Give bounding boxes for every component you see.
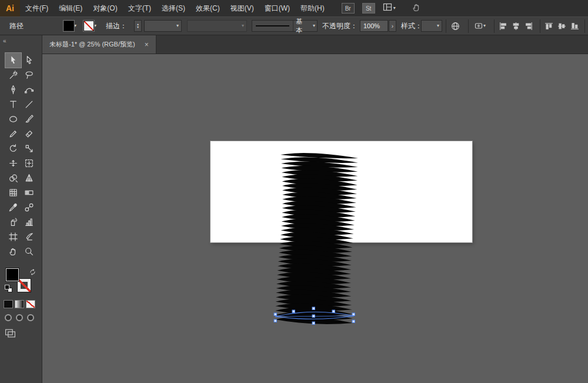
align-middle-vertical-icon[interactable] [557,22,566,31]
zoom-tool[interactable] [21,244,37,259]
perspective-grid-tool[interactable] [21,171,37,185]
rotate-tool[interactable] [5,141,21,156]
divider [584,19,585,33]
globe-icon[interactable] [450,17,460,35]
mesh-tool[interactable] [5,185,21,200]
direct-selection-tool[interactable] [21,53,37,68]
screen-mode-icon[interactable] [5,328,16,341]
magic-wand-icon [8,70,18,80]
width-profile-combo: ▾ [187,20,247,32]
perspective-grid-icon [24,173,34,183]
align-bottom-icon[interactable] [570,22,579,31]
document-tab[interactable]: 未标题-1* @ 25% (RGB/预览) × [42,35,156,54]
default-fill-stroke-icon[interactable] [5,285,13,293]
fill-color-swatch[interactable] [6,268,19,281]
shape-builder-tool[interactable] [5,171,21,185]
line-segment-tool[interactable] [21,97,37,112]
free-transform-tool[interactable] [21,156,37,171]
canvas-area[interactable] [42,54,588,383]
stroke-weight-combo[interactable]: ▾ [144,20,182,32]
brush-definition-combo[interactable]: 基本 ▾ [252,17,318,35]
fill-color-picker[interactable]: ▾ [64,17,76,35]
curvature-tool[interactable] [21,82,37,97]
symbol-sprayer-tool[interactable] [5,215,21,229]
context-label: 路径 [9,21,24,31]
style-combo[interactable]: ▾ [421,17,442,35]
curvature-icon [24,85,34,95]
opacity-panel-button[interactable]: › [389,20,396,32]
eyedropper-icon [8,202,18,212]
type-tool[interactable] [5,97,21,112]
slice-tool[interactable] [21,229,37,244]
menu-list: 文件(F)编辑(E)对象(O)文字(T)选择(S)效果(C)视图(V)窗口(W)… [20,0,330,16]
color-button[interactable] [4,300,13,308]
hand-tool[interactable] [5,244,21,259]
artboard-tool[interactable] [5,229,21,244]
selection-tool[interactable] [5,53,21,68]
eyedropper-tool[interactable] [5,200,21,215]
type-icon [8,99,18,109]
close-icon[interactable]: × [145,41,149,49]
draw-behind-button[interactable] [16,314,23,321]
bridge-button[interactable]: Br [342,3,355,14]
menu-item-file[interactable]: 文件(F) [20,0,54,16]
workspace-switcher[interactable]: ▾ [383,2,396,14]
column-graph-tool[interactable] [21,215,37,229]
shape-builder-icon [8,173,18,183]
align-center-horizontal-icon[interactable] [512,22,520,31]
swap-fill-stroke-icon[interactable] [29,267,36,278]
menu-item-object[interactable]: 对象(O) [88,0,122,16]
chevron-down-icon: ▾ [483,24,486,28]
collapse-panel-button[interactable]: « [0,35,42,46]
stock-button[interactable]: St [362,3,375,14]
document-tab-bar: 未标题-1* @ 25% (RGB/预览) × [42,35,588,54]
stroke-weight-stepper[interactable]: ▴▾ [134,20,142,32]
free-transform-icon [24,158,34,168]
blend-artwork[interactable] [42,54,588,383]
scale-tool[interactable] [21,141,37,156]
pen-tool[interactable] [5,82,21,97]
align-top-icon[interactable] [544,22,553,31]
none-button[interactable] [26,300,35,308]
chevron-down-icon: ▾ [94,24,96,28]
align-left-icon[interactable] [499,22,507,31]
transform-options-button[interactable]: ▾ [474,17,486,35]
gradient-tool[interactable] [21,185,37,200]
blend-tool[interactable] [21,200,37,215]
menu-item-view[interactable]: 视图(V) [225,0,259,16]
fill-swatch-icon [64,21,74,31]
opacity-label: 不透明度： [322,21,358,31]
gradient-button[interactable] [15,300,24,308]
magic-wand-tool[interactable] [5,68,21,82]
menu-item-window[interactable]: 窗口(W) [259,0,295,16]
ellipse-tool[interactable] [5,112,21,126]
column-graph-icon [24,217,34,227]
opacity-input[interactable]: 100% [360,20,388,32]
menubar: Ai 文件(F)编辑(E)对象(O)文字(T)选择(S)效果(C)视图(V)窗口… [0,0,588,16]
draw-normal-button[interactable] [5,314,12,321]
brush-stroke-preview [256,25,289,26]
stroke-color-swatch[interactable] [18,279,31,292]
menu-item-effect[interactable]: 效果(C) [191,0,225,16]
eraser-tool[interactable] [21,126,37,141]
paintbrush-icon [24,114,34,124]
lasso-tool[interactable] [21,68,37,82]
chevron-down-icon: ▾ [311,24,317,28]
pencil-tool[interactable] [5,126,21,141]
width-tool[interactable] [5,156,21,171]
direct-selection-icon [24,55,34,65]
menu-item-help[interactable]: 帮助(H) [295,0,330,16]
width-icon [8,158,18,168]
align-right-icon[interactable] [524,22,533,31]
vertical-align-group [544,17,579,35]
document-tab-title: 未标题-1* @ 25% (RGB/预览) [49,40,135,49]
stroke-color-picker[interactable]: ▾ [83,17,96,35]
menu-item-select[interactable]: 选择(S) [156,0,191,16]
draw-inside-button[interactable] [27,314,34,321]
grab-hand-icon[interactable] [412,2,422,15]
paintbrush-tool[interactable] [21,112,37,126]
eraser-icon [24,129,34,139]
menu-item-edit[interactable]: 编辑(E) [54,0,88,16]
divider [540,19,540,33]
menu-item-type[interactable]: 文字(T) [123,0,156,16]
